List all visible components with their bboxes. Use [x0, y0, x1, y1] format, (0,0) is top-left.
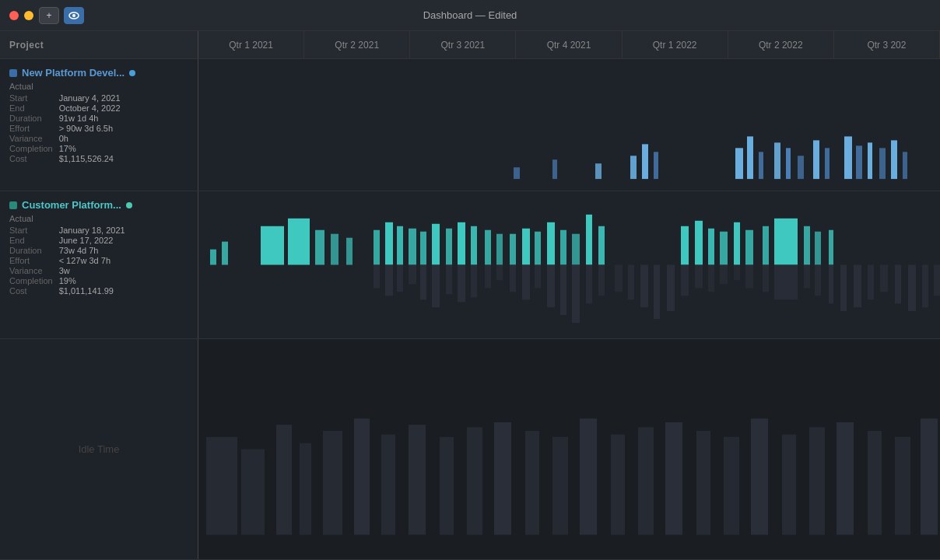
eye-button[interactable]: [64, 7, 84, 24]
svg-rect-87: [681, 265, 689, 296]
svg-rect-109: [276, 425, 292, 535]
svg-rect-38: [432, 224, 440, 265]
svg-rect-92: [745, 265, 753, 289]
svg-rect-78: [560, 265, 566, 316]
svg-rect-82: [615, 265, 623, 292]
status-dot-2: [126, 202, 132, 208]
svg-rect-4: [595, 163, 602, 179]
svg-rect-64: [385, 265, 393, 296]
svg-rect-129: [837, 422, 854, 535]
svg-rect-71: [471, 265, 477, 298]
svg-rect-68: [432, 265, 440, 308]
svg-rect-17: [856, 145, 862, 179]
svg-rect-29: [288, 219, 310, 265]
minimize-button[interactable]: [24, 11, 33, 20]
svg-rect-98: [840, 265, 847, 312]
completion-label-1: Completion: [9, 144, 53, 153]
quarter-2-2021: Qtr 2 2021: [304, 31, 410, 58]
svg-rect-112: [354, 418, 370, 534]
add-button[interactable]: +: [39, 7, 59, 24]
svg-rect-104: [922, 265, 928, 308]
project-name-1[interactable]: New Platform Devel...: [22, 67, 125, 79]
svg-rect-66: [409, 265, 416, 285]
svg-rect-2: [514, 167, 520, 179]
svg-rect-110: [300, 443, 311, 535]
effort-label-2: Effort: [9, 256, 53, 265]
start-label-1: Start: [9, 93, 53, 103]
end-label-2: End: [9, 236, 53, 245]
svg-rect-117: [494, 422, 511, 535]
end-value-2: June 17, 2022: [59, 236, 188, 245]
svg-rect-12: [786, 148, 791, 179]
svg-rect-37: [420, 232, 426, 265]
completion-value-2: 19%: [59, 276, 188, 285]
toolbar: +: [39, 7, 84, 24]
svg-rect-26: [210, 250, 216, 265]
svg-rect-46: [535, 232, 541, 265]
svg-rect-100: [868, 265, 874, 300]
svg-rect-39: [446, 229, 452, 265]
svg-rect-30: [315, 230, 324, 265]
svg-rect-122: [638, 427, 654, 534]
window-title: Dashboard — Edited: [423, 9, 517, 21]
svg-rect-74: [510, 265, 516, 292]
variance-label-1: Variance: [9, 134, 53, 143]
svg-point-1: [72, 14, 75, 17]
svg-rect-21: [903, 152, 907, 179]
cost-value-1: $1,115,526.24: [59, 154, 188, 163]
info-grid-1: Start January 4, 2021 End October 4, 202…: [9, 93, 188, 163]
project-name-2[interactable]: Customer Platform...: [22, 199, 121, 211]
quarter-3-2022: Qtr 3 202: [834, 31, 940, 58]
duration-label-1: Duration: [9, 114, 53, 123]
chart-area-2: [198, 191, 940, 338]
project-row-new-platform: New Platform Devel... Actual Start Janua…: [0, 59, 940, 191]
project-name-row-2: Customer Platform...: [9, 199, 188, 211]
end-label-1: End: [9, 103, 53, 113]
bar-chart-1: [198, 59, 940, 191]
svg-rect-20: [891, 140, 897, 179]
effort-value-1: > 90w 3d 6.5h: [59, 124, 188, 133]
svg-rect-127: [782, 435, 796, 535]
start-label-2: Start: [9, 226, 53, 235]
svg-rect-18: [868, 142, 872, 179]
svg-rect-8: [735, 148, 743, 179]
duration-value-1: 91w 1d 4h: [59, 114, 188, 123]
svg-rect-75: [522, 265, 530, 300]
svg-rect-3: [552, 159, 557, 179]
svg-rect-111: [323, 431, 342, 535]
svg-rect-67: [420, 265, 426, 300]
svg-rect-9: [747, 136, 753, 179]
svg-rect-116: [467, 427, 482, 534]
start-value-2: January 18, 2021: [59, 226, 188, 235]
idle-row: Idle Time: [0, 339, 940, 560]
svg-rect-107: [206, 437, 237, 535]
svg-rect-108: [241, 450, 265, 535]
variance-value-2: 3w: [59, 266, 188, 275]
svg-rect-65: [397, 265, 403, 292]
svg-rect-33: [374, 230, 380, 265]
svg-rect-49: [572, 234, 580, 265]
svg-rect-90: [720, 265, 728, 285]
svg-rect-6: [642, 144, 648, 179]
svg-rect-56: [734, 222, 740, 265]
svg-rect-69: [446, 265, 452, 295]
svg-rect-95: [804, 265, 810, 289]
svg-rect-93: [763, 265, 769, 292]
svg-rect-16: [844, 136, 852, 179]
bottom-chart: [198, 339, 940, 559]
svg-rect-94: [774, 265, 798, 300]
close-button[interactable]: [9, 11, 19, 20]
svg-rect-44: [510, 234, 516, 265]
svg-rect-36: [409, 229, 416, 265]
svg-rect-70: [458, 265, 465, 303]
content-area: New Platform Devel... Actual Start Janua…: [0, 59, 940, 560]
svg-rect-86: [667, 265, 675, 312]
actual-label-2: Actual: [9, 214, 188, 223]
effort-label-1: Effort: [9, 124, 53, 133]
svg-rect-41: [471, 226, 477, 265]
completion-label-2: Completion: [9, 276, 53, 285]
project-name-row-1: New Platform Devel...: [9, 67, 188, 79]
svg-rect-132: [921, 418, 938, 534]
svg-rect-123: [665, 422, 682, 535]
svg-rect-51: [598, 226, 605, 265]
